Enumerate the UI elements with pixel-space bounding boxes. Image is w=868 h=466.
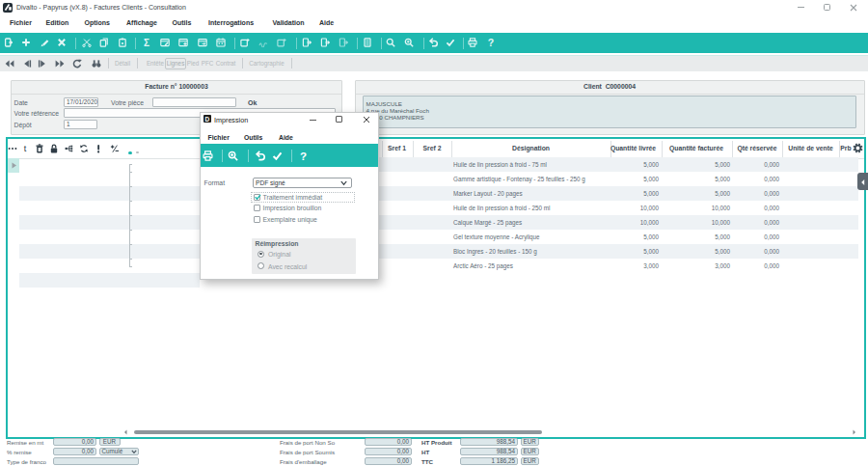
svg-text:Σ: Σ (143, 38, 149, 47)
svg-text:t: t (24, 144, 27, 153)
svg-text:?: ? (487, 38, 493, 47)
svg-text:?: ? (299, 151, 306, 161)
